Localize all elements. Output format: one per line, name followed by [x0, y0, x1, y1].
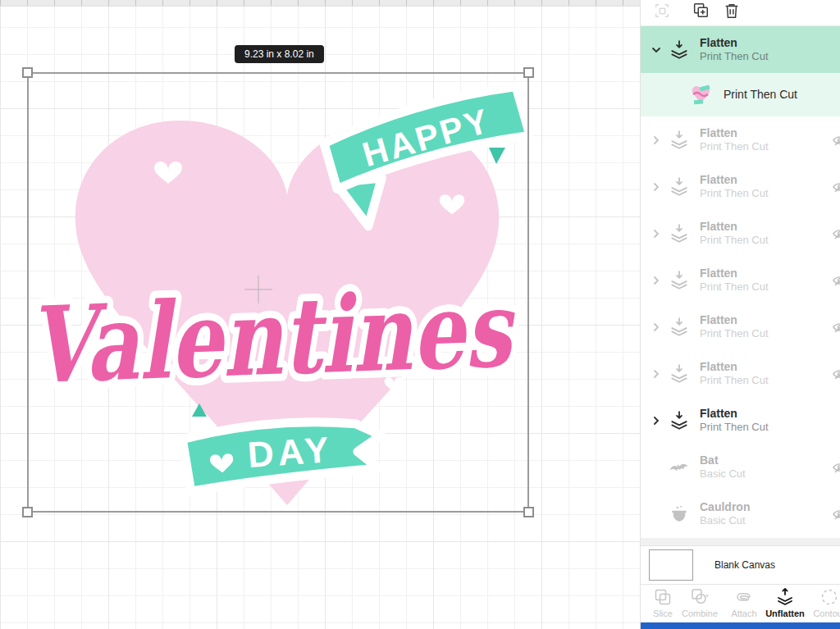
contour-button[interactable]: Contour	[809, 587, 840, 618]
layer-title: Flatten	[700, 219, 769, 234]
layer-subtitle: Basic Cut	[700, 467, 746, 481]
unflatten-icon	[775, 587, 795, 607]
resize-handle-bottom-right[interactable]	[523, 507, 534, 517]
chevron-right-icon[interactable]	[651, 415, 662, 426]
flatten-icon	[669, 270, 690, 291]
resize-handle-bottom-left[interactable]	[22, 507, 33, 517]
delete-icon[interactable]	[723, 2, 741, 20]
flatten-icon	[669, 223, 690, 244]
layer-subtitle: Print Then Cut	[700, 234, 769, 248]
eye-hidden-icon[interactable]	[832, 226, 840, 242]
layer-row-print-then-cut-child[interactable]: Print Then Cut	[641, 73, 840, 116]
slice-icon	[653, 587, 673, 607]
flatten-icon	[669, 39, 690, 61]
blank-canvas-label: Blank Canvas	[714, 559, 775, 571]
layer-subtitle: Basic Cut	[700, 514, 750, 528]
layer-row-flatten-hidden[interactable]: Flatten Print Then Cut	[641, 210, 840, 257]
canvas[interactable]: HAPPY DAY Valentines	[0, 0, 640, 629]
layer-subtitle: Print Then Cut	[700, 327, 769, 341]
layer-subtitle: Print Then Cut	[700, 50, 769, 64]
layer-title: Flatten	[700, 406, 769, 421]
selection-bounding-box[interactable]	[27, 72, 529, 513]
slice-label: Slice	[653, 608, 673, 618]
layer-row-flatten-hidden[interactable]: Flatten Print Then Cut	[641, 350, 840, 397]
eye-hidden-icon[interactable]	[832, 319, 840, 335]
resize-handle-top-right[interactable]	[523, 67, 534, 78]
resize-handle-top-left[interactable]	[22, 67, 33, 78]
flatten-icon	[669, 363, 690, 385]
layer-list: Flatten Print Then Cut Print Then Cut	[641, 26, 840, 537]
layer-title: Bat	[700, 453, 746, 467]
flatten-icon	[669, 130, 690, 151]
layer-row-flatten-hidden[interactable]: Flatten Print Then Cut	[641, 163, 840, 210]
combine-button[interactable]: Combine	[679, 587, 720, 618]
chevron-down-icon[interactable]	[651, 44, 662, 56]
layer-actions-toolbar: Slice Combine Attach Unflatten	[641, 584, 840, 622]
attach-icon	[734, 587, 754, 607]
cauldron-icon	[669, 504, 690, 525]
layers-panel-header	[641, 0, 840, 26]
dimension-label: 9.23 in x 8.02 in	[244, 48, 314, 60]
canvas-color-swatch[interactable]	[649, 549, 693, 581]
layers-panel: Flatten Print Then Cut Print Then Cut	[640, 0, 840, 629]
flatten-icon	[669, 317, 690, 338]
attach-button[interactable]: Attach	[724, 587, 765, 618]
chevron-right-icon[interactable]	[651, 181, 662, 193]
eye-hidden-icon[interactable]	[832, 506, 840, 522]
unflatten-label: Unflatten	[765, 608, 805, 618]
unflatten-button[interactable]: Unflatten	[765, 587, 806, 618]
layer-row-flatten-selected[interactable]: Flatten Print Then Cut	[641, 26, 840, 73]
bat-icon	[669, 457, 690, 478]
layer-row-flatten-hidden[interactable]: Flatten Print Then Cut	[641, 303, 840, 350]
eye-hidden-icon[interactable]	[832, 459, 840, 476]
panel-accent-bar	[641, 622, 840, 629]
flatten-icon	[669, 176, 690, 198]
contour-label: Contour	[813, 608, 840, 618]
chevron-right-icon[interactable]	[651, 134, 662, 146]
flatten-icon	[669, 410, 690, 431]
layer-title: Flatten	[700, 359, 769, 374]
layer-thumbnail	[690, 84, 712, 107]
layer-row-flatten-visible[interactable]: Flatten Print Then Cut	[641, 397, 840, 444]
layer-title: Flatten	[700, 266, 769, 280]
layer-row-flatten-hidden[interactable]: Flatten Print Then Cut	[641, 116, 840, 163]
layer-title: Flatten	[700, 35, 769, 50]
panel-section-divider	[641, 538, 840, 546]
group-icon[interactable]	[653, 2, 671, 20]
chevron-right-icon[interactable]	[651, 321, 662, 333]
layer-subtitle: Print Then Cut	[700, 187, 769, 201]
design-space-app: HAPPY DAY Valentines	[0, 0, 840, 629]
contour-icon	[819, 587, 839, 607]
layer-title: Cauldron	[700, 499, 750, 514]
blank-canvas-row[interactable]: Blank Canvas	[641, 546, 840, 584]
eye-hidden-icon[interactable]	[832, 179, 840, 195]
layer-row-flatten-hidden[interactable]: Flatten Print Then Cut	[641, 257, 840, 303]
horizontal-ruler	[0, 0, 640, 7]
duplicate-icon[interactable]	[692, 2, 710, 20]
layer-subtitle: Print Then Cut	[700, 421, 769, 435]
eye-hidden-icon[interactable]	[832, 366, 840, 382]
combine-icon	[690, 587, 710, 607]
dimension-tooltip: 9.23 in x 8.02 in	[235, 45, 324, 63]
chevron-right-icon[interactable]	[651, 368, 662, 380]
layer-subtitle: Print Then Cut	[700, 280, 769, 294]
layer-title: Print Then Cut	[724, 87, 797, 102]
layer-title: Flatten	[700, 125, 769, 140]
chevron-right-icon[interactable]	[651, 228, 662, 239]
slice-button[interactable]: Slice	[642, 587, 683, 618]
layer-subtitle: Print Then Cut	[700, 140, 769, 154]
layer-row-bat[interactable]: Bat Basic Cut	[641, 444, 840, 490]
eye-hidden-icon[interactable]	[832, 132, 840, 148]
layer-title: Flatten	[700, 172, 769, 187]
combine-label: Combine	[682, 608, 718, 618]
chevron-right-icon[interactable]	[651, 275, 662, 286]
layer-row-cauldron[interactable]: Cauldron Basic Cut	[641, 490, 840, 537]
layer-subtitle: Print Then Cut	[700, 374, 769, 388]
attach-label: Attach	[731, 608, 756, 618]
eye-hidden-icon[interactable]	[832, 272, 840, 289]
layer-title: Flatten	[700, 312, 769, 327]
